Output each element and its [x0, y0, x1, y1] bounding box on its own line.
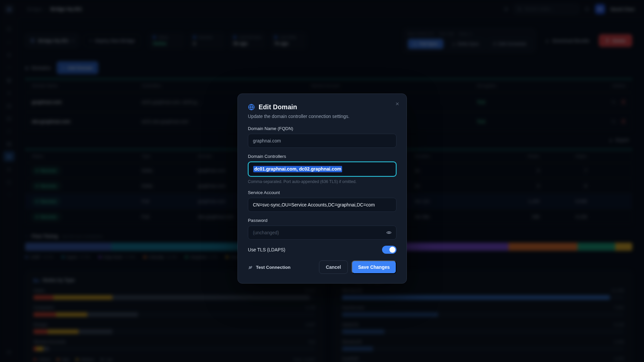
- globe-icon: [248, 104, 255, 111]
- test-connection-button[interactable]: Test Connection: [248, 265, 290, 270]
- edit-domain-modal: × Edit Domain Update the domain controll…: [237, 94, 407, 284]
- save-changes-button[interactable]: Save Changes: [352, 260, 396, 274]
- modal-subtitle: Update the domain controller connection …: [248, 114, 396, 119]
- eye-icon[interactable]: [386, 230, 392, 236]
- tls-toggle[interactable]: [382, 246, 396, 254]
- service-account-input[interactable]: [248, 198, 396, 212]
- domain-name-input[interactable]: [248, 134, 396, 148]
- password-label: Password: [248, 218, 396, 223]
- toggle-knob: [389, 247, 395, 253]
- plug-icon: [248, 265, 253, 270]
- modal-title: Edit Domain: [259, 103, 297, 111]
- test-connection-label: Test Connection: [256, 265, 290, 270]
- tls-toggle-label: Use TLS (LDAPS): [248, 247, 285, 252]
- selected-text: dc01.graphnai.com, dc02.graphnai.com: [253, 166, 342, 172]
- password-input[interactable]: (unchanged): [248, 226, 396, 240]
- domain-controllers-helper: Comma-separated. Port auto-appended (636…: [248, 179, 396, 184]
- domain-controllers-input[interactable]: dc01.graphnai.com, dc02.graphnai.com: [248, 162, 396, 177]
- close-icon[interactable]: ×: [395, 101, 399, 107]
- domain-name-label: Domain Name (FQDN): [248, 126, 396, 131]
- cancel-button[interactable]: Cancel: [319, 260, 347, 274]
- domain-controllers-label: Domain Controllers: [248, 154, 396, 159]
- password-placeholder: (unchanged): [253, 230, 279, 235]
- service-account-label: Service Account: [248, 190, 396, 195]
- screen: ◆ Bridges / Bridge Hq 001 ⊞ DC David Che…: [0, 0, 644, 362]
